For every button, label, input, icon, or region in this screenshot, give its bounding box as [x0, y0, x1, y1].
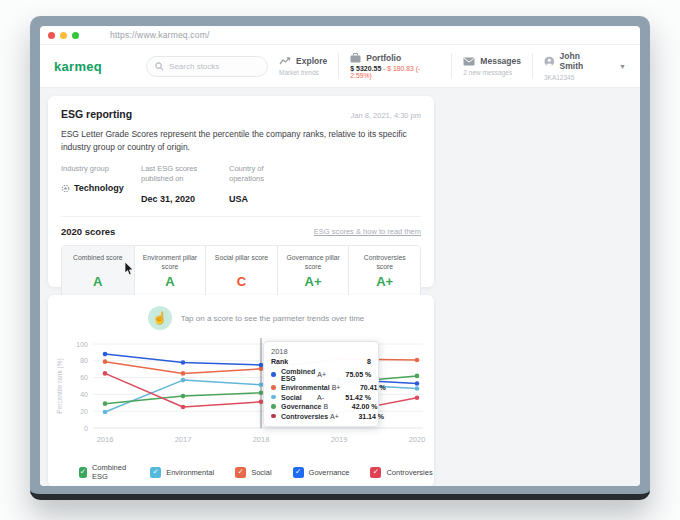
- briefcase-icon: [350, 53, 361, 63]
- nav-menu: Explore Market trends Portfolio $ 5320.5…: [268, 51, 626, 81]
- svg-text:2019: 2019: [331, 435, 348, 444]
- avatar-icon: [544, 56, 555, 67]
- checkbox-checked-icon[interactable]: ✓: [150, 467, 161, 478]
- checkbox-checked-icon[interactable]: ✓: [370, 467, 381, 478]
- page-title: ESG reporting: [61, 108, 132, 120]
- info-published-label: Last ESG scores published on: [141, 164, 205, 184]
- nav-explore-sub: Market trends: [279, 69, 327, 76]
- checkbox-checked-icon[interactable]: ✓: [79, 467, 87, 478]
- tooltip-row: Combined ESG A+ 75.05 %: [271, 368, 371, 382]
- nav-portfolio-sub: $ 5320.55 - $ 180.83 (- 2.59%): [350, 65, 440, 79]
- envelope-icon: [463, 57, 475, 66]
- svg-text:100: 100: [76, 341, 88, 348]
- tooltip-row: Controversies A+ 31.14 %: [271, 413, 371, 420]
- legend-controversies[interactable]: ✓ Controversies: [370, 467, 432, 478]
- info-published-value: Dec 31, 2020: [141, 194, 195, 204]
- legend-social[interactable]: ✓ Social: [235, 467, 271, 478]
- legend-combined-esg[interactable]: ✓ Combined ESG: [79, 463, 129, 481]
- tooltip-rank-label: Rank: [271, 358, 288, 365]
- nav-messages[interactable]: Messages 2 new messages: [452, 56, 532, 76]
- tap-hint: ☝ Tap on a score to see the parmeter tre…: [55, 306, 427, 330]
- svg-text:40: 40: [80, 391, 88, 398]
- legend-governance[interactable]: ✓ Governance: [293, 467, 350, 478]
- pointing-finger-icon: ☝: [148, 306, 172, 330]
- search-icon: [155, 62, 164, 71]
- info-country-label: Country of operations: [229, 164, 293, 184]
- search-box[interactable]: [146, 56, 268, 77]
- maximize-window-icon[interactable]: [72, 32, 79, 39]
- nav-portfolio[interactable]: Portfolio $ 5320.55 - $ 180.83 (- 2.59%): [339, 53, 451, 80]
- browser-window: https://www.karmeq.com/ karmeq: [30, 16, 650, 500]
- report-description: ESG Letter Grade Scores represent the pe…: [61, 128, 419, 154]
- svg-text:2020: 2020: [409, 435, 426, 444]
- svg-text:20: 20: [80, 408, 88, 415]
- grade-value: A+: [349, 274, 420, 289]
- chevron-down-icon[interactable]: ▼: [619, 63, 626, 70]
- svg-text:2016: 2016: [97, 435, 114, 444]
- info-industry-value: Technology: [74, 183, 124, 193]
- close-window-icon[interactable]: [48, 32, 55, 39]
- tooltip-row: Governance B 42.00 %: [271, 403, 371, 410]
- nav-account-label: John Smith: [560, 51, 605, 71]
- svg-text:2017: 2017: [175, 435, 192, 444]
- svg-text:2018: 2018: [253, 435, 270, 444]
- series-dot-icon: [271, 395, 276, 400]
- info-country-value: USA: [229, 194, 248, 204]
- portfolio-value: $ 5320.55: [350, 65, 381, 72]
- scores-help-link[interactable]: ESG scores & how to read them: [314, 227, 421, 236]
- series-dot-icon: [271, 372, 276, 377]
- info-country: Country of operations USA: [229, 164, 349, 203]
- karmeq-logo[interactable]: karmeq: [54, 59, 102, 74]
- search-input[interactable]: [169, 62, 259, 71]
- checkbox-checked-icon[interactable]: ✓: [293, 467, 304, 478]
- grade-value: A+: [278, 274, 349, 289]
- scores-title: 2020 scores: [61, 226, 115, 237]
- checkbox-checked-icon[interactable]: ✓: [235, 467, 246, 478]
- tooltip-row: Social A- 51.42 %: [271, 394, 371, 401]
- divider: [61, 216, 421, 217]
- browser-chrome: https://www.karmeq.com/ karmeq: [40, 26, 640, 486]
- grade-value: C: [206, 274, 277, 289]
- nav-messages-sub: 2 new messages: [463, 69, 521, 76]
- url-bar[interactable]: https://www.karmeq.com/: [110, 30, 210, 40]
- nav-messages-label: Messages: [480, 56, 521, 66]
- page-body: ESG reporting Jan 8, 2021, 4:30 pm ESG L…: [40, 88, 640, 486]
- grade-value: A: [135, 274, 206, 289]
- tooltip-rank-value: 8: [367, 358, 371, 365]
- tooltip-year: 2018: [271, 347, 371, 356]
- svg-text:Percentile rank (%): Percentile rank (%): [56, 358, 64, 413]
- app-header: karmeq Explore Mark: [40, 45, 640, 88]
- report-info-grid: Industry group Technology Last ESG score…: [61, 164, 421, 203]
- report-timestamp: Jan 8, 2021, 4:30 pm: [351, 111, 421, 120]
- esg-report-card: ESG reporting Jan 8, 2021, 4:30 pm ESG L…: [48, 96, 434, 287]
- info-industry-label: Industry group: [61, 164, 125, 174]
- info-published: Last ESG scores published on Dec 31, 202…: [141, 164, 229, 203]
- chart-legend: ✓ Combined ESG ✓ Environmental ✓ Social …: [55, 463, 427, 481]
- series-dot-icon: [271, 385, 276, 390]
- series-dot-icon: [271, 414, 276, 419]
- svg-text:80: 80: [80, 357, 88, 364]
- grade-value: A: [62, 274, 134, 289]
- nav-explore[interactable]: Explore Market trends: [268, 56, 338, 76]
- tap-hint-text: Tap on a score to see the parmeter trend…: [181, 314, 365, 323]
- legend-environmental[interactable]: ✓ Environmental: [150, 467, 214, 478]
- nav-portfolio-label: Portfolio: [366, 53, 401, 63]
- chart-area: 02040608010020162017201820192020Percenti…: [55, 334, 427, 456]
- nav-account-sub: 3KA12345: [544, 74, 604, 81]
- info-industry: Industry group Technology: [61, 164, 141, 203]
- svg-text:60: 60: [80, 374, 88, 381]
- svg-text:0: 0: [84, 425, 88, 432]
- gear-icon: [61, 184, 70, 193]
- nav-explore-label: Explore: [296, 56, 327, 66]
- nav-account[interactable]: John Smith 3KA12345: [533, 51, 615, 81]
- series-dot-icon: [271, 404, 276, 409]
- minimize-window-icon[interactable]: [60, 32, 67, 39]
- trend-icon: [279, 57, 291, 66]
- chart-tooltip: 2018 Rank 8 Combined ESG A+ 75.05 %: [263, 341, 379, 427]
- trends-card: ☝ Tap on a score to see the parmeter tre…: [48, 295, 434, 486]
- tooltip-row: Environmental B+ 70.41 %: [271, 384, 371, 391]
- browser-titlebar: https://www.karmeq.com/: [40, 26, 640, 45]
